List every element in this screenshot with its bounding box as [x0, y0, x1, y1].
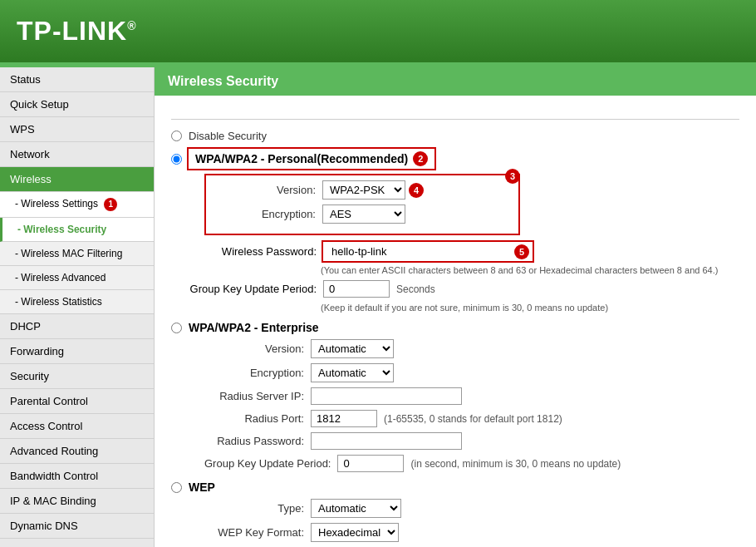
- ent-radius-password-row: Radius Password:: [204, 432, 739, 450]
- password-hint: (You can enter ASCII characters between …: [321, 265, 736, 275]
- group-key-hint: (Keep it default if you are not sure, mi…: [321, 303, 739, 313]
- wpa-enterprise-row: WPA/WPA2 - Enterprise: [171, 321, 739, 334]
- sidebar-item-status[interactable]: Status: [0, 67, 154, 92]
- ent-radius-port-input[interactable]: [311, 410, 377, 427]
- page-title: Wireless Security: [155, 67, 756, 96]
- badge-2: 2: [413, 151, 428, 166]
- wep-key-format-select[interactable]: Hexadecimal ASCII: [311, 523, 399, 542]
- wep-section: Type: Automatic Open System Shared Key W…: [204, 499, 739, 542]
- wep-type-label: Type:: [204, 502, 304, 515]
- ent-radius-ip-input[interactable]: [311, 387, 462, 405]
- sidebar-item-wps[interactable]: WPS: [0, 117, 154, 142]
- encryption-label: Encryption:: [216, 208, 316, 220]
- encryption-select[interactable]: AES TKIP Automatic: [322, 205, 405, 224]
- sidebar-item-dynamic-dns[interactable]: Dynamic DNS: [0, 514, 154, 539]
- sidebar-item-quick-setup[interactable]: Quick Setup: [0, 92, 154, 117]
- wep-radio[interactable]: [171, 482, 182, 493]
- ent-version-label: Version:: [204, 342, 304, 355]
- wep-key-format-row: WEP Key Format: Hexadecimal ASCII: [204, 523, 739, 542]
- ent-version-row: Version: Automatic WPA WPA2: [204, 339, 739, 358]
- badge-4: 4: [409, 183, 424, 198]
- ent-radius-ip-label: Radius Server IP:: [204, 390, 304, 402]
- wpa-personal-label[interactable]: WPA/WPA2 - Personal(Recommended): [195, 152, 408, 165]
- badge-3: 3: [505, 169, 520, 184]
- ent-encryption-row: Encryption: Automatic AES TKIP: [204, 363, 739, 382]
- sidebar-item-wireless-settings[interactable]: - Wireless Settings 1: [0, 192, 154, 218]
- badge-1: 1: [104, 198, 117, 211]
- ent-radius-port-row: Radius Port: (1-65535, 0 stands for defa…: [204, 410, 739, 427]
- version-select[interactable]: WPA-PSK WPA2-PSK Automatic: [322, 180, 405, 200]
- wep-row: WEP: [171, 480, 739, 494]
- sidebar: Status Quick Setup WPS Network Wireless …: [0, 67, 155, 547]
- version-row: Version: WPA-PSK WPA2-PSK Automatic 4: [216, 180, 508, 200]
- ent-radius-port-hint: (1-65535, 0 stands for default port 1812…: [384, 413, 562, 425]
- sidebar-item-wireless-advanced[interactable]: - Wireless Advanced: [0, 266, 154, 290]
- sidebar-item-wireless[interactable]: Wireless: [0, 167, 154, 192]
- wpa-enterprise-radio[interactable]: [171, 323, 182, 333]
- encryption-row: Encryption: AES TKIP Automatic: [216, 205, 508, 224]
- sidebar-item-forwarding[interactable]: Forwarding: [0, 339, 154, 364]
- content-area: Wireless Security Disable Security WPA/W…: [155, 67, 756, 547]
- sidebar-item-ip-mac-binding[interactable]: IP & MAC Binding: [0, 489, 154, 514]
- group-key-label: Group Key Update Period:: [188, 283, 317, 295]
- version-label: Version:: [216, 184, 316, 196]
- sidebar-item-parental-control[interactable]: Parental Control: [0, 389, 154, 414]
- ent-radius-password-label: Radius Password:: [204, 435, 304, 447]
- sidebar-item-advanced-routing[interactable]: Advanced Routing: [0, 439, 154, 464]
- wep-key-format-label: WEP Key Format:: [204, 526, 304, 539]
- sidebar-item-wireless-security[interactable]: - Wireless Security: [0, 218, 154, 242]
- ent-group-key-input[interactable]: [337, 455, 404, 472]
- ent-encryption-label: Encryption:: [204, 367, 304, 379]
- password-input[interactable]: [326, 244, 509, 259]
- group-key-row: Group Key Update Period: Seconds: [188, 280, 739, 298]
- group-key-unit: Seconds: [396, 283, 435, 295]
- ent-encryption-select[interactable]: Automatic AES TKIP: [311, 363, 394, 382]
- disable-security-radio[interactable]: [171, 131, 182, 141]
- ent-group-key-row: Group Key Update Period: (in second, min…: [204, 455, 739, 472]
- ent-group-key-hint: (in second, minimum is 30, 0 means no up…: [410, 458, 621, 470]
- wep-label[interactable]: WEP: [189, 480, 215, 494]
- disable-security-label[interactable]: Disable Security: [189, 130, 267, 142]
- header: TP-LINK®: [0, 0, 756, 62]
- ent-group-key-label: Group Key Update Period:: [204, 457, 331, 470]
- sidebar-item-dhcp[interactable]: DHCP: [0, 314, 154, 339]
- group-key-input[interactable]: [323, 280, 390, 298]
- sidebar-item-wireless-stats[interactable]: - Wireless Statistics: [0, 290, 154, 314]
- ent-radius-port-label: Radius Port:: [204, 412, 304, 425]
- wep-type-row: Type: Automatic Open System Shared Key: [204, 499, 739, 518]
- sidebar-item-system-tools[interactable]: System Tools: [0, 539, 154, 547]
- sidebar-item-access-control[interactable]: Access Control: [0, 414, 154, 439]
- sidebar-item-bandwidth-control[interactable]: Bandwidth Control: [0, 464, 154, 489]
- wpa-personal-radio[interactable]: [171, 154, 182, 165]
- disable-security-row: Disable Security: [171, 130, 739, 142]
- wpa-enterprise-label[interactable]: WPA/WPA2 - Enterprise: [189, 321, 319, 334]
- sidebar-item-network[interactable]: Network: [0, 142, 154, 167]
- enterprise-section: Version: Automatic WPA WPA2 Encryption: …: [204, 339, 739, 472]
- divider-top: [171, 119, 739, 120]
- ent-radius-password-input[interactable]: [311, 432, 462, 450]
- sidebar-item-wireless-mac[interactable]: - Wireless MAC Filtering: [0, 242, 154, 266]
- badge-5: 5: [514, 244, 529, 259]
- ent-version-select[interactable]: Automatic WPA WPA2: [311, 339, 394, 358]
- logo: TP-LINK®: [17, 16, 137, 47]
- sidebar-item-security[interactable]: Security: [0, 364, 154, 389]
- ent-radius-ip-row: Radius Server IP:: [204, 387, 739, 405]
- password-label: Wireless Password:: [188, 245, 317, 258]
- wep-type-select[interactable]: Automatic Open System Shared Key: [311, 499, 401, 518]
